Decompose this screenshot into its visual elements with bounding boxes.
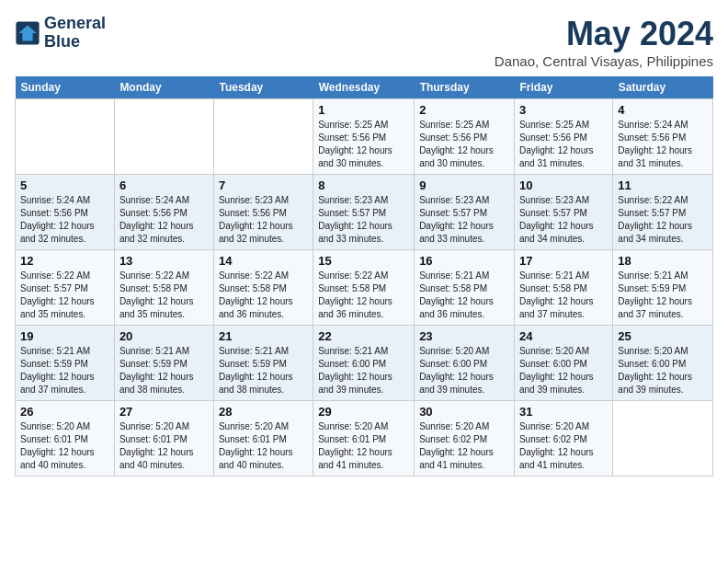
day-info: Sunrise: 5:23 AMSunset: 5:56 PMDaylight:… — [219, 194, 308, 246]
logo-text: General Blue — [44, 15, 106, 52]
header-row: SundayMondayTuesdayWednesdayThursdayFrid… — [16, 76, 713, 99]
day-info: Sunrise: 5:21 AMSunset: 6:00 PMDaylight:… — [318, 345, 409, 396]
day-info: Sunrise: 5:23 AMSunset: 5:57 PMDaylight:… — [519, 194, 608, 246]
day-info: Sunrise: 5:24 AMSunset: 5:56 PMDaylight:… — [618, 119, 708, 170]
calendar-cell: 15Sunrise: 5:22 AMSunset: 5:58 PMDayligh… — [313, 250, 415, 326]
day-number: 8 — [318, 178, 409, 192]
day-info: Sunrise: 5:20 AMSunset: 6:00 PMDaylight:… — [519, 345, 608, 396]
day-number: 25 — [618, 329, 708, 343]
day-number: 4 — [618, 103, 708, 117]
subtitle: Danao, Central Visayas, Philippines — [495, 53, 713, 69]
day-number: 18 — [618, 254, 708, 268]
header-cell-thursday: Thursday — [415, 76, 515, 99]
logo-line1: General — [44, 15, 106, 33]
calendar-cell: 17Sunrise: 5:21 AMSunset: 5:58 PMDayligh… — [514, 250, 612, 326]
day-info: Sunrise: 5:21 AMSunset: 5:59 PMDaylight:… — [219, 345, 308, 396]
calendar-cell: 3Sunrise: 5:25 AMSunset: 5:56 PMDaylight… — [514, 99, 612, 175]
day-number: 3 — [519, 103, 608, 117]
title-block: May 2024 Danao, Central Visayas, Philipp… — [495, 15, 713, 69]
day-number: 24 — [519, 329, 608, 343]
header-cell-monday: Monday — [114, 76, 213, 99]
day-info: Sunrise: 5:21 AMSunset: 5:59 PMDaylight:… — [618, 270, 708, 321]
day-number: 29 — [318, 405, 409, 419]
calendar-cell: 16Sunrise: 5:21 AMSunset: 5:58 PMDayligh… — [415, 250, 515, 326]
day-info: Sunrise: 5:23 AMSunset: 5:57 PMDaylight:… — [419, 194, 509, 246]
header-cell-wednesday: Wednesday — [313, 76, 415, 99]
calendar-cell: 30Sunrise: 5:20 AMSunset: 6:02 PMDayligh… — [415, 401, 515, 477]
calendar-cell: 29Sunrise: 5:20 AMSunset: 6:01 PMDayligh… — [313, 401, 415, 477]
day-number: 30 — [419, 405, 509, 419]
calendar-cell: 11Sunrise: 5:22 AMSunset: 5:57 PMDayligh… — [613, 175, 713, 250]
day-info: Sunrise: 5:20 AMSunset: 6:02 PMDaylight:… — [419, 420, 509, 472]
calendar-cell: 23Sunrise: 5:20 AMSunset: 6:00 PMDayligh… — [415, 326, 515, 401]
calendar-body: 1Sunrise: 5:25 AMSunset: 5:56 PMDaylight… — [16, 99, 713, 477]
day-number: 31 — [519, 405, 608, 419]
day-number: 16 — [419, 254, 509, 268]
calendar-cell: 19Sunrise: 5:21 AMSunset: 5:59 PMDayligh… — [16, 326, 115, 401]
header-cell-tuesday: Tuesday — [213, 76, 313, 99]
day-number: 13 — [119, 254, 209, 268]
calendar-cell: 28Sunrise: 5:20 AMSunset: 6:01 PMDayligh… — [213, 401, 313, 477]
calendar-cell: 6Sunrise: 5:24 AMSunset: 5:56 PMDaylight… — [114, 175, 213, 250]
day-number: 12 — [20, 254, 109, 268]
calendar-cell: 20Sunrise: 5:21 AMSunset: 5:59 PMDayligh… — [114, 326, 213, 401]
day-info: Sunrise: 5:21 AMSunset: 5:59 PMDaylight:… — [20, 345, 109, 396]
calendar-cell: 18Sunrise: 5:21 AMSunset: 5:59 PMDayligh… — [613, 250, 713, 326]
day-info: Sunrise: 5:24 AMSunset: 5:56 PMDaylight:… — [119, 194, 209, 246]
day-number: 11 — [618, 178, 708, 192]
day-number: 22 — [318, 329, 409, 343]
header-cell-saturday: Saturday — [613, 76, 713, 99]
logo: General Blue — [15, 15, 106, 52]
day-number: 14 — [219, 254, 308, 268]
day-number: 28 — [219, 405, 308, 419]
day-info: Sunrise: 5:20 AMSunset: 6:01 PMDaylight:… — [318, 420, 409, 472]
day-info: Sunrise: 5:21 AMSunset: 5:59 PMDaylight:… — [119, 345, 209, 396]
day-number: 9 — [419, 178, 509, 192]
logo-line2: Blue — [44, 33, 106, 52]
calendar-table: SundayMondayTuesdayWednesdayThursdayFrid… — [15, 76, 713, 477]
calendar-header: SundayMondayTuesdayWednesdayThursdayFrid… — [16, 76, 713, 99]
day-number: 20 — [119, 329, 209, 343]
day-info: Sunrise: 5:21 AMSunset: 5:58 PMDaylight:… — [419, 270, 509, 321]
day-number: 21 — [219, 329, 308, 343]
calendar-cell: 31Sunrise: 5:20 AMSunset: 6:02 PMDayligh… — [514, 401, 612, 477]
day-number: 2 — [419, 103, 509, 117]
day-info: Sunrise: 5:22 AMSunset: 5:57 PMDaylight:… — [20, 270, 109, 321]
day-number: 27 — [119, 405, 209, 419]
header-cell-friday: Friday — [514, 76, 612, 99]
day-info: Sunrise: 5:23 AMSunset: 5:57 PMDaylight:… — [318, 194, 409, 246]
calendar-cell: 10Sunrise: 5:23 AMSunset: 5:57 PMDayligh… — [514, 175, 612, 250]
calendar-cell: 1Sunrise: 5:25 AMSunset: 5:56 PMDaylight… — [313, 99, 415, 175]
calendar-cell: 26Sunrise: 5:20 AMSunset: 6:01 PMDayligh… — [16, 401, 115, 477]
day-info: Sunrise: 5:20 AMSunset: 6:01 PMDaylight:… — [20, 420, 109, 472]
calendar-cell: 5Sunrise: 5:24 AMSunset: 5:56 PMDaylight… — [16, 175, 115, 250]
week-row-4: 19Sunrise: 5:21 AMSunset: 5:59 PMDayligh… — [16, 326, 713, 401]
day-number: 15 — [318, 254, 409, 268]
day-number: 5 — [20, 178, 109, 192]
calendar-cell: 25Sunrise: 5:20 AMSunset: 6:00 PMDayligh… — [613, 326, 713, 401]
day-number: 7 — [219, 178, 308, 192]
week-row-1: 1Sunrise: 5:25 AMSunset: 5:56 PMDaylight… — [16, 99, 713, 175]
calendar-cell — [16, 99, 115, 175]
day-number: 23 — [419, 329, 509, 343]
week-row-3: 12Sunrise: 5:22 AMSunset: 5:57 PMDayligh… — [16, 250, 713, 326]
calendar-cell: 9Sunrise: 5:23 AMSunset: 5:57 PMDaylight… — [415, 175, 515, 250]
calendar-cell — [213, 99, 313, 175]
day-number: 1 — [318, 103, 409, 117]
week-row-2: 5Sunrise: 5:24 AMSunset: 5:56 PMDaylight… — [16, 175, 713, 250]
header-cell-sunday: Sunday — [16, 76, 115, 99]
calendar-cell: 14Sunrise: 5:22 AMSunset: 5:58 PMDayligh… — [213, 250, 313, 326]
day-info: Sunrise: 5:20 AMSunset: 6:01 PMDaylight:… — [219, 420, 308, 472]
logo-icon — [15, 20, 40, 46]
calendar-cell: 8Sunrise: 5:23 AMSunset: 5:57 PMDaylight… — [313, 175, 415, 250]
calendar-cell: 7Sunrise: 5:23 AMSunset: 5:56 PMDaylight… — [213, 175, 313, 250]
day-info: Sunrise: 5:20 AMSunset: 6:02 PMDaylight:… — [519, 420, 608, 472]
calendar-cell: 13Sunrise: 5:22 AMSunset: 5:58 PMDayligh… — [114, 250, 213, 326]
day-info: Sunrise: 5:22 AMSunset: 5:58 PMDaylight:… — [119, 270, 209, 321]
day-info: Sunrise: 5:25 AMSunset: 5:56 PMDaylight:… — [318, 119, 409, 170]
calendar-cell: 27Sunrise: 5:20 AMSunset: 6:01 PMDayligh… — [114, 401, 213, 477]
day-number: 26 — [20, 405, 109, 419]
day-info: Sunrise: 5:20 AMSunset: 6:01 PMDaylight:… — [119, 420, 209, 472]
day-number: 10 — [519, 178, 608, 192]
calendar-cell: 22Sunrise: 5:21 AMSunset: 6:00 PMDayligh… — [313, 326, 415, 401]
